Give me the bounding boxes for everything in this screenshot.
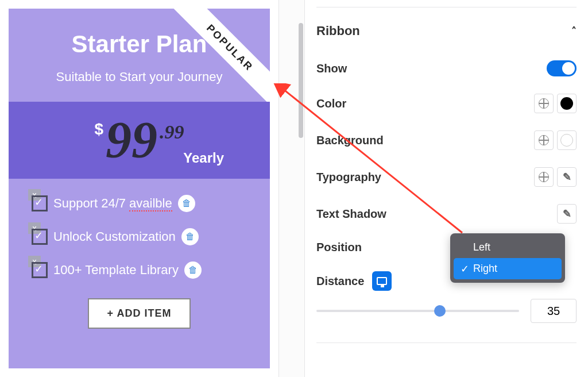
- position-dropdown: Left Right: [450, 233, 565, 283]
- position-option-right[interactable]: Right: [454, 258, 562, 279]
- plan-subtitle[interactable]: Suitable to Start your Journey: [9, 70, 270, 102]
- distance-slider-row: [316, 299, 577, 323]
- feature-label: 100+ Template Library: [53, 263, 179, 278]
- features-list: x Support 24/7 availble 🗑 x Unlock Custo…: [9, 179, 270, 338]
- distance-label: Distance: [316, 275, 364, 288]
- position-label: Position: [316, 241, 362, 254]
- price-block: $ 99 .99 Yearly: [9, 102, 270, 179]
- global-typography-button[interactable]: [534, 167, 554, 187]
- feature-label: Unlock Customization: [53, 229, 176, 244]
- show-toggle[interactable]: [547, 60, 577, 76]
- section-divider: [316, 7, 577, 7]
- global-color-button[interactable]: [534, 94, 554, 113]
- show-label: Show: [316, 62, 347, 75]
- price-period[interactable]: Yearly: [183, 150, 224, 166]
- color-label: Color: [316, 97, 346, 110]
- trash-icon[interactable]: 🗑: [178, 195, 195, 212]
- price-main[interactable]: 99: [106, 114, 157, 166]
- color-picker-button[interactable]: [557, 94, 577, 113]
- globe-icon: [539, 98, 549, 109]
- checkbox-icon: [32, 229, 48, 245]
- feature-item[interactable]: x Unlock Customization 🗑: [32, 228, 247, 245]
- checkbox-icon: [32, 262, 48, 278]
- feature-item[interactable]: x Support 24/7 availble 🗑: [32, 195, 247, 212]
- globe-icon: [539, 172, 549, 182]
- trash-icon[interactable]: 🗑: [184, 261, 202, 279]
- background-label: Background: [316, 134, 384, 147]
- currency-symbol: $: [94, 120, 103, 139]
- panel-divider: [278, 0, 305, 377]
- color-swatch-icon: [560, 97, 573, 110]
- slider-thumb[interactable]: [434, 305, 446, 317]
- desktop-icon: [377, 277, 387, 285]
- color-swatch-icon: [560, 134, 573, 147]
- checkbox-icon: [32, 195, 48, 211]
- background-picker-button[interactable]: [557, 130, 577, 150]
- color-row: Color: [316, 94, 577, 113]
- background-row: Background: [316, 130, 577, 150]
- feature-label: Support 24/7 availble: [53, 196, 172, 211]
- price-decimal[interactable]: .99: [160, 121, 184, 143]
- pricing-card: POPULAR Starter Plan Suitable to Start y…: [9, 9, 270, 368]
- text-shadow-edit-button[interactable]: [557, 204, 577, 224]
- distance-input[interactable]: [531, 299, 577, 323]
- chevron-up-icon: ˄: [571, 25, 577, 37]
- position-option-left[interactable]: Left: [454, 237, 562, 258]
- typography-row: Typography: [316, 167, 577, 187]
- text-shadow-label: Text Shadow: [316, 207, 386, 221]
- trash-icon[interactable]: 🗑: [181, 228, 199, 245]
- text-shadow-row: Text Shadow: [316, 204, 577, 224]
- typography-label: Typography: [316, 171, 381, 184]
- ribbon-section-header[interactable]: Ribbon ˄: [316, 24, 577, 43]
- settings-panel: Ribbon ˄ Show Color Background Typograph…: [305, 0, 588, 377]
- add-item-button[interactable]: + ADD ITEM: [88, 298, 191, 329]
- section-divider: [316, 343, 577, 343]
- distance-slider[interactable]: [316, 310, 519, 312]
- responsive-viewport-button[interactable]: [372, 271, 392, 291]
- preview-panel: POPULAR Starter Plan Suitable to Start y…: [0, 0, 278, 377]
- feature-item[interactable]: x 100+ Template Library 🗑: [32, 261, 247, 279]
- show-row: Show: [316, 60, 577, 76]
- scrollbar-thumb[interactable]: [299, 23, 303, 138]
- typography-edit-button[interactable]: [557, 167, 577, 187]
- section-title: Ribbon: [316, 24, 360, 39]
- globe-icon: [539, 135, 549, 145]
- global-background-button[interactable]: [534, 130, 554, 150]
